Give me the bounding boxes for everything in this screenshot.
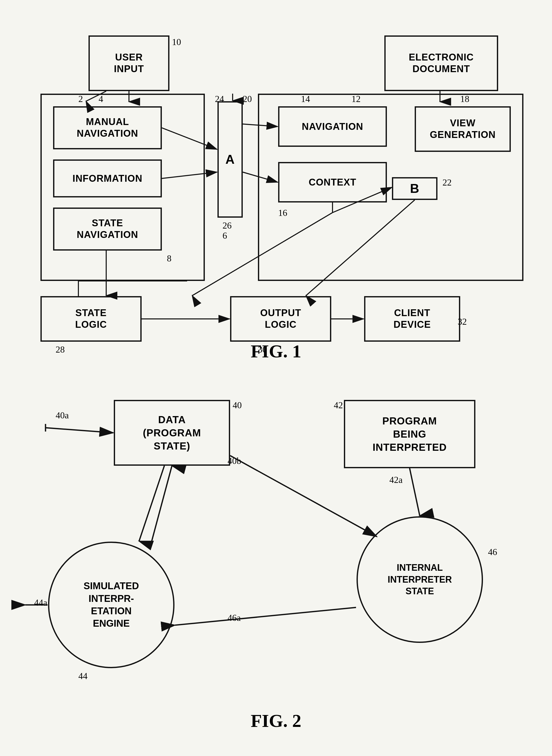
svg-line-30 [45,428,113,433]
fig1-arrows [15,15,537,364]
svg-line-21 [306,200,415,296]
svg-line-17 [192,213,332,296]
svg-line-35 [410,468,420,516]
svg-line-8 [86,91,106,101]
page: USER INPUT 10 ELECTRONIC DOCUMENT MANUAL… [0,0,552,756]
svg-line-14 [243,172,278,182]
svg-line-33 [152,466,172,541]
fig2-arrows [15,385,537,739]
svg-line-16 [332,187,392,213]
svg-line-36 [175,608,356,625]
svg-line-32 [139,466,164,541]
svg-line-13 [243,124,278,126]
fig1-diagram: USER INPUT 10 ELECTRONIC DOCUMENT MANUAL… [15,15,537,364]
svg-line-11 [162,128,217,149]
svg-line-12 [162,172,217,179]
fig2-label: FIG. 2 [15,711,537,732]
fig1-label: FIG. 1 [15,341,537,362]
fig2-diagram: DATA (PROGRAM STATE) 40a 40 40b PROGRAM … [15,385,537,739]
svg-line-34 [230,456,377,537]
